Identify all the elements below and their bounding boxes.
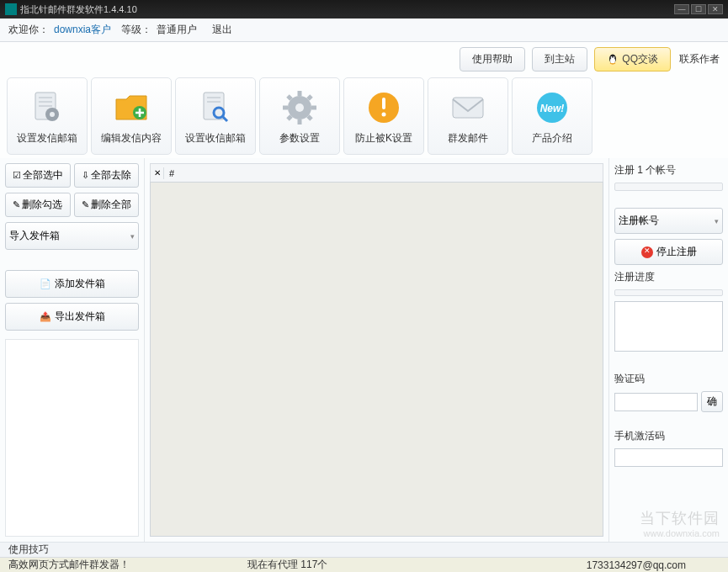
svg-rect-29 — [453, 98, 483, 118]
tool-label: 产品介绍 — [532, 131, 572, 146]
check-icon: ☑ — [13, 170, 21, 181]
tool-product-intro[interactable]: New! 产品介绍 — [512, 77, 592, 155]
phone-code-input[interactable] — [614, 448, 723, 467]
window-title: 指北针邮件群发软件1.4.4.10 — [20, 3, 674, 16]
file-gear-icon — [27, 87, 67, 128]
tab-close-button[interactable]: ✕ — [151, 167, 164, 179]
top-buttons: 使用帮助 到主站 QQ交谈 联系作者 — [0, 42, 728, 76]
qq-chat-button[interactable]: QQ交谈 — [594, 47, 671, 72]
export-icon: 📤 — [40, 311, 51, 322]
tool-edit-send-content[interactable]: 编辑发信内容 — [91, 77, 172, 155]
stop-register-label: 停止注册 — [656, 245, 697, 259]
grade-prefix: 等级： — [121, 23, 151, 37]
tool-label: 设置发信邮箱 — [17, 131, 77, 146]
register-count-progress — [614, 183, 723, 191]
chevron-down-icon: ▾ — [130, 232, 135, 241]
svg-line-24 — [288, 116, 291, 119]
tab-header: ✕ # — [150, 163, 603, 182]
delete-checked-button[interactable]: ✎删除勾选 — [5, 193, 71, 217]
minimize-button[interactable]: — — [674, 4, 689, 14]
delete-all-button[interactable]: ✎删除全部 — [74, 193, 140, 217]
maximize-button[interactable]: ☐ — [691, 4, 706, 14]
new-badge-icon: New! — [532, 87, 572, 128]
chevron-down-icon: ▾ — [715, 217, 719, 225]
select-all-button[interactable]: ☑全部选中 — [5, 163, 71, 188]
data-grid[interactable] — [150, 182, 603, 537]
tool-label: 群发邮件 — [448, 131, 488, 146]
register-progress-label: 注册进度 — [614, 270, 723, 284]
add-sender-label: 添加发件箱 — [55, 277, 105, 291]
stop-icon — [641, 246, 653, 258]
file-search-icon — [195, 87, 236, 128]
grade-value: 普通用户 — [157, 23, 197, 37]
status-slogan: 高效网页方式邮件群发器！ — [8, 558, 130, 572]
status-proxy: 现在有代理 117个 — [247, 558, 327, 572]
close-button[interactable]: ✕ — [708, 4, 723, 14]
select-all-label: 全部选中 — [23, 168, 63, 183]
sender-list-area — [5, 339, 139, 537]
captcha-input[interactable] — [614, 393, 698, 411]
qq-chat-label: QQ交谈 — [622, 52, 658, 66]
tool-set-sender-mailbox[interactable]: 设置发信邮箱 — [7, 77, 88, 155]
svg-point-1 — [610, 58, 615, 64]
tip-bar: 使用技巧 — [0, 542, 728, 557]
tool-label: 设置收信邮箱 — [185, 131, 246, 146]
tool-anti-k-settings[interactable]: 防止被K设置 — [343, 77, 424, 155]
logout-link[interactable]: 退出 — [212, 23, 232, 37]
username: downxia客户 — [54, 23, 111, 37]
remove-all-label: 全部去除 — [91, 168, 131, 183]
center-panel: ✕ # — [145, 158, 608, 542]
right-panel: 注册 1 个帐号 注册帐号▾ 停止注册 注册进度 验证码 确 手机激活码 — [608, 158, 728, 542]
main-area: ☑全部选中 ⇩全部去除 ✎删除勾选 ✎删除全部 导入发件箱▾ 📄添加发件箱 📤导… — [0, 158, 728, 542]
import-sender-label: 导入发件箱 — [9, 229, 60, 243]
eraser-icon: ✎ — [82, 199, 89, 210]
svg-point-2 — [611, 56, 613, 58]
menubar: 欢迎你： downxia客户 等级： 普通用户 退出 — [0, 19, 728, 42]
tips-label[interactable]: 使用技巧 — [8, 543, 49, 557]
warning-icon — [364, 87, 404, 128]
tool-label: 防止被K设置 — [355, 131, 412, 146]
stop-register-button[interactable]: 停止注册 — [614, 239, 723, 265]
main-site-button[interactable]: 到主站 — [532, 47, 587, 72]
register-count-label: 注册 1 个帐号 — [614, 163, 723, 177]
tool-label: 参数设置 — [279, 131, 320, 146]
tool-set-receiver-mailbox[interactable]: 设置收信邮箱 — [175, 77, 256, 155]
uncheck-icon: ⇩ — [82, 170, 89, 181]
svg-point-28 — [382, 112, 386, 116]
tab-label[interactable]: # — [164, 168, 179, 178]
add-icon: 📄 — [40, 278, 51, 289]
window-controls: — ☐ ✕ — [674, 4, 723, 14]
left-panel: ☑全部选中 ⇩全部去除 ✎删除勾选 ✎删除全部 导入发件箱▾ 📄添加发件箱 📤导… — [0, 158, 145, 542]
main-toolbar: 设置发信邮箱 编辑发信内容 设置收信邮箱 参数设置 防止被K设置 群发邮件 Ne… — [0, 76, 728, 158]
tool-bulk-send[interactable]: 群发邮件 — [428, 77, 508, 155]
welcome-prefix: 欢迎你： — [8, 23, 49, 37]
folder-plus-icon — [111, 87, 151, 128]
export-sender-button[interactable]: 📤导出发件箱 — [5, 303, 139, 331]
svg-rect-27 — [382, 98, 385, 109]
delete-all-label: 删除全部 — [91, 198, 131, 212]
register-account-button[interactable]: 注册帐号▾ — [614, 208, 723, 234]
tool-label: 编辑发信内容 — [101, 131, 162, 146]
remove-all-button[interactable]: ⇩全部去除 — [74, 163, 140, 188]
titlebar: 指北针邮件群发软件1.4.4.10 — ☐ ✕ — [0, 0, 728, 19]
import-sender-button[interactable]: 导入发件箱▾ — [5, 222, 139, 250]
svg-line-25 — [308, 96, 311, 99]
eraser-icon: ✎ — [13, 199, 20, 210]
svg-point-9 — [50, 112, 55, 117]
svg-line-22 — [288, 96, 291, 99]
svg-line-23 — [308, 116, 311, 119]
export-sender-label: 导出发件箱 — [55, 310, 105, 324]
status-bar: 高效网页方式邮件群发器！ 现在有代理 117个 1733134297@qq.co… — [0, 557, 728, 572]
log-textarea[interactable] — [614, 301, 723, 352]
contact-author-link[interactable]: 联系作者 — [679, 52, 720, 66]
phone-code-label: 手机激活码 — [614, 429, 723, 443]
captcha-confirm-button[interactable]: 确 — [701, 391, 723, 412]
qq-penguin-icon — [607, 53, 619, 65]
help-button[interactable]: 使用帮助 — [460, 47, 525, 72]
add-sender-button[interactable]: 📄添加发件箱 — [5, 270, 139, 298]
tool-param-settings[interactable]: 参数设置 — [259, 77, 340, 155]
delete-checked-label: 删除勾选 — [22, 198, 62, 212]
app-icon — [5, 3, 17, 15]
register-progress-bar — [614, 289, 723, 296]
svg-point-17 — [295, 103, 304, 112]
